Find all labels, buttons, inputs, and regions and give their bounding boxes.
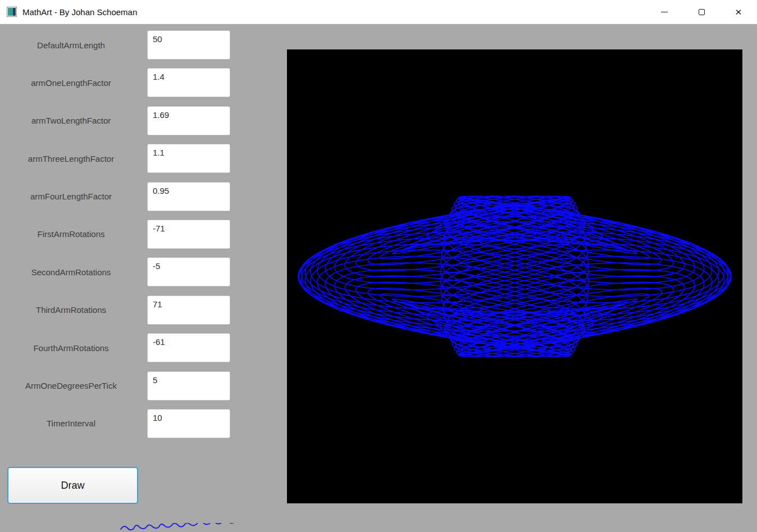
fourth-arm-rotations-input[interactable]: -61 <box>147 333 230 362</box>
field-label-second-arm-rotations: SecondArmRotations <box>0 267 142 277</box>
field-label-arm-one-length-factor: armOneLengthFactor <box>0 78 142 88</box>
default-arm-length-input[interactable]: 50 <box>147 30 230 60</box>
timer-interval-input[interactable]: 10 <box>147 409 230 438</box>
window-title: MathArt - By Johan Schoeman <box>22 7 137 17</box>
arm-three-length-factor-input[interactable]: 1.1 <box>147 144 230 173</box>
field-label-default-arm-length: DefaultArmLength <box>0 40 142 50</box>
form-row: DefaultArmLength 50 <box>0 30 230 60</box>
close-icon: ✕ <box>735 8 742 16</box>
arm-two-length-factor-input[interactable]: 1.69 <box>147 106 230 135</box>
draw-button[interactable]: Draw <box>7 467 138 504</box>
math-art-canvas <box>287 49 742 503</box>
form-row: armTwoLengthFactor 1.69 <box>0 106 230 135</box>
third-arm-rotations-input[interactable]: 71 <box>147 295 230 325</box>
close-button[interactable]: ✕ <box>720 0 757 24</box>
form-row: ThirdArmRotations 71 <box>0 295 230 325</box>
form-row: SecondArmRotations -5 <box>0 257 230 287</box>
field-label-arm-four-length-factor: armFourLengthFactor <box>0 192 142 201</box>
field-label-third-arm-rotations: ThirdArmRotations <box>0 305 142 315</box>
maximize-icon <box>699 9 705 15</box>
form-row: armFourLengthFactor 0.95 <box>0 182 230 211</box>
minimize-icon <box>661 12 668 12</box>
maximize-button[interactable] <box>683 0 720 24</box>
field-label-first-arm-rotations: FirstArmRotations <box>0 229 142 239</box>
field-label-arm-three-length-factor: armThreeLengthFactor <box>0 154 142 163</box>
form-row: FirstArmRotations -71 <box>0 220 230 249</box>
parameter-form: DefaultArmLength 50 armOneLengthFactor 1… <box>0 30 230 447</box>
second-arm-rotations-input[interactable]: -5 <box>147 257 230 287</box>
app-icon <box>7 7 17 17</box>
field-label-arm-two-length-factor: armTwoLengthFactor <box>0 116 142 125</box>
arm-one-degrees-per-tick-input[interactable]: 5 <box>147 371 230 401</box>
form-row: TimerInterval 10 <box>0 409 230 438</box>
first-arm-rotations-input[interactable]: -71 <box>147 220 230 249</box>
field-label-timer-interval: TimerInterval <box>0 419 142 428</box>
arm-four-length-factor-input[interactable]: 0.95 <box>147 182 230 211</box>
form-row: armOneLengthFactor 1.4 <box>0 68 230 97</box>
minimize-button[interactable] <box>646 0 683 24</box>
form-row: armThreeLengthFactor 1.1 <box>0 144 230 173</box>
form-row: ArmOneDegreesPerTick 5 <box>0 371 230 401</box>
title-bar[interactable]: MathArt - By Johan Schoeman ✕ <box>0 0 757 24</box>
window-controls: ✕ <box>646 0 757 24</box>
field-label-fourth-arm-rotations: FourthArmRotations <box>0 343 142 353</box>
background-window-artifact <box>120 523 399 532</box>
form-row: FourthArmRotations -61 <box>0 333 230 362</box>
field-label-arm-one-degrees-per-tick: ArmOneDegreesPerTick <box>0 381 142 390</box>
arm-one-length-factor-input[interactable]: 1.4 <box>147 68 230 97</box>
